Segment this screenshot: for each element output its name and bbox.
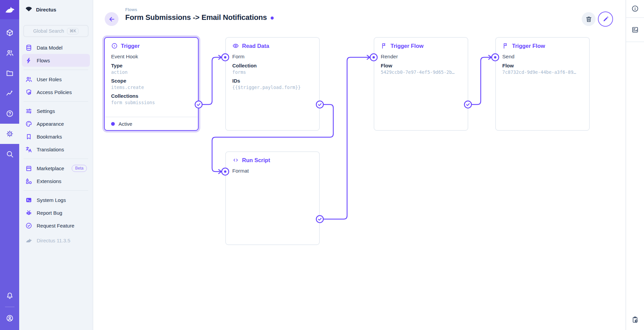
panel-status-footer[interactable]: Active bbox=[105, 117, 198, 130]
flow-panel-trigger-flow-render[interactable]: Trigger FlowRenderFlow5429ccb0-7e97-4ef5… bbox=[374, 37, 468, 131]
flow-panel-read-data[interactable]: Read DataFormCollectionformsIDs{{$trigge… bbox=[225, 37, 320, 131]
option-value: action bbox=[111, 69, 192, 75]
module-files[interactable] bbox=[0, 63, 19, 83]
panel-name: Render bbox=[381, 54, 461, 60]
global-search-input[interactable]: Global Search ⌘K bbox=[23, 25, 89, 37]
help-icon bbox=[6, 110, 14, 118]
panel-header: Run Script bbox=[232, 157, 313, 163]
module-documentation[interactable] bbox=[0, 103, 19, 124]
sidebar-item-label: Access Policies bbox=[37, 89, 72, 95]
active-status-label: Active bbox=[118, 121, 132, 127]
module-bar-divider bbox=[5, 307, 14, 307]
shield-lock-icon bbox=[25, 89, 32, 96]
beta-badge: Beta bbox=[72, 165, 87, 172]
nav-list: Data ModelFlowsUser RolesAccess Policies… bbox=[19, 41, 93, 247]
shapes-icon bbox=[25, 178, 32, 185]
option-value: 7c8732cd-9d9e-44be-a3f6-89… bbox=[502, 69, 583, 75]
sidebar-item-report-bug[interactable]: Report Bug bbox=[22, 206, 90, 219]
module-bar bbox=[0, 0, 19, 330]
sidebar-item-data-model[interactable]: Data Model bbox=[22, 41, 90, 54]
nav-divider bbox=[24, 69, 88, 70]
panel-header: Trigger bbox=[111, 42, 192, 49]
sidebar-item-extensions[interactable]: Extensions bbox=[22, 175, 90, 187]
account-icon bbox=[6, 314, 14, 322]
sidebar-item-translations[interactable]: Translations bbox=[22, 143, 90, 156]
nav-divider bbox=[24, 158, 88, 159]
project-logo-icon bbox=[25, 6, 32, 13]
sidebar-item-label: Request Feature bbox=[37, 223, 74, 229]
dock-flow-info-button[interactable] bbox=[626, 0, 644, 17]
option-label: Scope bbox=[111, 78, 192, 84]
option-value: items.create bbox=[111, 85, 192, 90]
panel-header: Trigger Flow bbox=[381, 42, 461, 49]
module-user-directory[interactable] bbox=[0, 43, 19, 63]
flow-panel-trigger-flow-send[interactable]: Trigger FlowSendFlow7c8732cd-9d9e-44be-a… bbox=[495, 37, 590, 131]
sidebar-item-bookmarks[interactable]: Bookmarks bbox=[22, 130, 90, 143]
app-version: Directus 11.3.5 bbox=[22, 234, 90, 247]
module-content[interactable] bbox=[0, 23, 19, 43]
flag-icon bbox=[502, 42, 509, 49]
active-status-dot bbox=[111, 122, 115, 126]
project-header[interactable]: Directus bbox=[19, 0, 93, 19]
option-label: IDs bbox=[232, 78, 313, 84]
module-global-search[interactable] bbox=[0, 144, 19, 164]
storefront-icon bbox=[25, 165, 32, 172]
sidebar-item-label: Bookmarks bbox=[37, 134, 62, 140]
app-version-label: Directus 11.3.5 bbox=[37, 238, 70, 243]
sidebar-item-access-policies[interactable]: Access Policies bbox=[22, 86, 90, 98]
bolt-circle-icon bbox=[111, 42, 118, 49]
sidebar-item-label: Marketplace bbox=[37, 166, 64, 171]
option-label: Flow bbox=[381, 63, 461, 68]
option-label: Flow bbox=[502, 63, 583, 68]
code-icon bbox=[232, 157, 239, 163]
page-header: Flows Form Submissions -> Email Notifica… bbox=[93, 0, 625, 31]
info-icon bbox=[631, 5, 639, 12]
sidebar-item-request-feature[interactable]: Request Feature bbox=[22, 219, 90, 232]
flow-panel-trigger[interactable]: TriggerEvent HookTypeactionScopeitems.cr… bbox=[104, 37, 199, 131]
sidebar-item-user-roles[interactable]: User Roles bbox=[22, 73, 90, 86]
sidebar-item-label: Settings bbox=[37, 108, 55, 114]
module-notifications-button[interactable] bbox=[0, 287, 19, 304]
option-label: Type bbox=[111, 63, 192, 68]
module-insights[interactable] bbox=[0, 83, 19, 103]
module-bar-bottom bbox=[0, 287, 19, 327]
delete-flow-button[interactable] bbox=[582, 12, 596, 26]
bug-icon bbox=[25, 209, 32, 216]
people-icon bbox=[25, 76, 32, 83]
directus-logo-button[interactable] bbox=[0, 0, 19, 19]
panel-type-label: Trigger Flow bbox=[512, 43, 545, 49]
gear-icon bbox=[6, 130, 14, 138]
module-settings[interactable] bbox=[0, 124, 19, 144]
dock-logs-button[interactable] bbox=[626, 18, 644, 41]
sidebar-item-label: Extensions bbox=[37, 178, 61, 184]
dock-revisions-button[interactable] bbox=[626, 309, 644, 330]
people-icon bbox=[6, 49, 14, 57]
flow-panel-run-script[interactable]: Run ScriptFormat bbox=[225, 151, 320, 245]
sidebar-item-label: Data Model bbox=[37, 45, 63, 51]
bell-icon bbox=[6, 292, 14, 300]
nav-sidebar: Directus Global Search ⌘K Data ModelFlow… bbox=[19, 0, 93, 330]
sidebar-item-marketplace[interactable]: MarketplaceBeta bbox=[22, 162, 90, 175]
sidebar-item-appearance[interactable]: Appearance bbox=[22, 117, 90, 130]
pencil-icon bbox=[602, 16, 609, 23]
search-icon bbox=[6, 150, 14, 158]
module-account-button[interactable] bbox=[0, 310, 19, 327]
sidebar-item-system-logs[interactable]: System Logs bbox=[22, 193, 90, 206]
edit-flow-button[interactable] bbox=[598, 11, 613, 27]
folder-icon bbox=[6, 69, 14, 77]
sidebar-item-settings[interactable]: Settings bbox=[22, 104, 90, 117]
option-label: Collection bbox=[232, 63, 313, 68]
sidebar-item-flows[interactable]: Flows bbox=[22, 54, 90, 67]
sidebar-item-label: User Roles bbox=[37, 77, 62, 82]
option-value: {{$trigger.payload.form}} bbox=[232, 85, 313, 90]
panel-type-label: Trigger bbox=[121, 43, 140, 49]
palette-icon bbox=[25, 120, 32, 127]
dock-divider bbox=[626, 41, 644, 42]
insights-icon bbox=[6, 89, 14, 97]
panel-name: Event Hook bbox=[111, 54, 192, 60]
search-shortcut-kbd: ⌘K bbox=[67, 28, 78, 34]
panel-type-label: Trigger Flow bbox=[391, 43, 423, 49]
project-name: Directus bbox=[36, 7, 56, 12]
rabbit-icon bbox=[4, 4, 15, 15]
flow-canvas: TriggerEvent HookTypeactionScopeitems.cr… bbox=[0, 0, 644, 330]
